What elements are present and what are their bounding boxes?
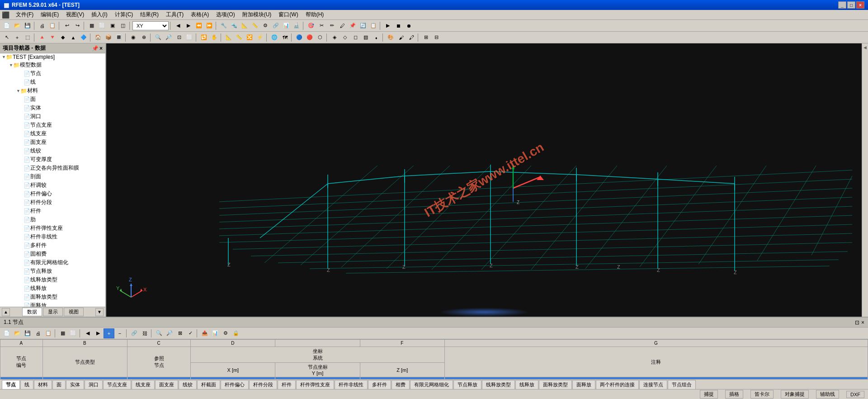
- status-grid[interactable]: 插格: [725, 390, 743, 399]
- tree-item-24[interactable]: 📄 有限元网格细化: [0, 258, 105, 267]
- btb-lock[interactable]: 🔒: [231, 328, 241, 338]
- tb2-c4[interactable]: ▲: [68, 33, 78, 43]
- tree-item-0[interactable]: ▼ 📁 TEST [Examples]: [0, 53, 105, 61]
- tb2-i5[interactable]: ⬧: [371, 33, 381, 43]
- tb2-i3[interactable]: ◻: [350, 33, 360, 43]
- tb2-c3[interactable]: ◆: [58, 33, 68, 43]
- status-dxf[interactable]: DXF: [846, 391, 864, 398]
- btb-c2[interactable]: ⬜: [68, 328, 78, 338]
- bottom-tab-5[interactable]: 洞口: [85, 380, 103, 389]
- btb-chart[interactable]: 📊: [210, 328, 220, 338]
- tree-item-25[interactable]: 📄 节点释放: [0, 267, 105, 276]
- menu-file[interactable]: 文件(F): [12, 10, 37, 19]
- tree-item-15[interactable]: 📄 杆调较: [0, 181, 105, 190]
- tb-b3[interactable]: ▣: [108, 21, 118, 31]
- tb2-d1[interactable]: 🏠: [93, 33, 103, 43]
- tree-item-11[interactable]: 📄 线铰: [0, 147, 105, 155]
- tb-e3[interactable]: ✏: [327, 21, 337, 31]
- tb-open[interactable]: 📂: [12, 21, 22, 31]
- tb2-i2[interactable]: ◇: [340, 33, 350, 43]
- tb-b2[interactable]: ⬜: [97, 21, 107, 31]
- tb2-f4[interactable]: ⚡: [255, 33, 265, 43]
- btb-del-row[interactable]: −: [115, 328, 125, 338]
- tb2-f1[interactable]: 📐: [224, 33, 234, 43]
- sidebar-tab-display[interactable]: 显示: [43, 308, 63, 316]
- tb-c1[interactable]: ⏪: [194, 21, 204, 31]
- tb2-i4[interactable]: ▧: [361, 33, 371, 43]
- menu-view[interactable]: 视图(V): [62, 10, 88, 19]
- btb-f4[interactable]: ✓: [185, 328, 195, 338]
- btb-open[interactable]: 📂: [12, 328, 22, 338]
- tb2-zoom-box[interactable]: ⬜: [184, 33, 194, 43]
- bottom-tab-0[interactable]: 节点: [2, 380, 20, 389]
- tb2-d2[interactable]: 📦: [104, 33, 113, 43]
- tb-d8[interactable]: 🔬: [292, 21, 302, 31]
- btb-b5[interactable]: 📋: [43, 328, 53, 338]
- bottom-tab-10[interactable]: 杆截面: [197, 380, 220, 389]
- menu-window[interactable]: 窗口(W): [275, 10, 302, 19]
- tb-d7[interactable]: 📊: [281, 21, 291, 31]
- tree-item-26[interactable]: 📄 线释放类型: [0, 276, 105, 284]
- tree-item-18[interactable]: 📄 杆件: [0, 207, 105, 215]
- tree-item-17[interactable]: 📄 杆件分段: [0, 198, 105, 207]
- tree-item-28[interactable]: 📄 面释放类型: [0, 293, 105, 301]
- btb-e1[interactable]: 🔗: [129, 328, 139, 338]
- tb2-i1[interactable]: ◈: [330, 33, 340, 43]
- bottom-tab-2[interactable]: 材料: [34, 380, 52, 389]
- tb2-zoom-in[interactable]: 🔍: [153, 33, 163, 43]
- btb-settings[interactable]: ⚙: [221, 328, 231, 338]
- bottom-tab-14[interactable]: 杆件弹性支座: [296, 380, 334, 389]
- sidebar-tab-view[interactable]: 视图: [64, 308, 84, 316]
- btb-export[interactable]: 📤: [200, 328, 210, 338]
- tb-b1[interactable]: ▦: [87, 21, 97, 31]
- bottom-tab-11[interactable]: 杆件偏心: [221, 380, 249, 389]
- bottom-tab-15[interactable]: 杆件非线性: [335, 380, 368, 389]
- tree-item-2[interactable]: 📄 节点: [0, 69, 105, 78]
- tb2-pan[interactable]: ✋: [209, 33, 219, 43]
- tb-new[interactable]: 📄: [2, 21, 12, 31]
- btb-e2[interactable]: ⛓: [140, 328, 150, 338]
- tree-item-5[interactable]: 📄 面: [0, 95, 105, 104]
- status-cartesian[interactable]: 笛卡尔: [750, 390, 774, 399]
- bottom-tab-3[interactable]: 面: [52, 380, 66, 389]
- tb2-k2[interactable]: ⊟: [431, 33, 441, 43]
- tb-d6[interactable]: 🔗: [271, 21, 281, 31]
- btb-f1[interactable]: 🔍: [154, 328, 164, 338]
- tb2-e2[interactable]: ⊕: [139, 33, 149, 43]
- tb2-c1[interactable]: 🔺: [37, 33, 47, 43]
- tb-d4[interactable]: 📏: [250, 21, 260, 31]
- tb2-c5[interactable]: 🔷: [79, 33, 89, 43]
- tb2-g2[interactable]: 🗺: [280, 33, 290, 43]
- tree-item-1[interactable]: ▼ 📁 模型数据: [0, 61, 105, 69]
- tb-redo[interactable]: ↪: [72, 21, 82, 31]
- tb-e6[interactable]: 🔄: [358, 21, 368, 31]
- tb-d1[interactable]: 🔧: [219, 21, 229, 31]
- tree-item-13[interactable]: 📄 正交各向异性面和膜: [0, 164, 105, 172]
- maximize-button[interactable]: □: [847, 1, 855, 9]
- bottom-tab-7[interactable]: 线支座: [132, 380, 155, 389]
- tb2-b2[interactable]: +: [12, 33, 22, 43]
- bottom-tab-24[interactable]: 两个杆件的连接: [596, 380, 639, 389]
- btb-f3[interactable]: ⊠: [175, 328, 185, 338]
- sidebar-close-icon[interactable]: ×: [99, 45, 103, 52]
- tree-item-6[interactable]: 📄 实体: [0, 104, 105, 112]
- tb2-f3[interactable]: 🔀: [245, 33, 255, 43]
- right-panel-handle[interactable]: ◀: [863, 45, 867, 50]
- sidebar-nav-down[interactable]: ▼: [95, 308, 104, 316]
- tb2-g1[interactable]: 🌐: [269, 33, 279, 43]
- tb-f1[interactable]: ▶: [383, 21, 393, 31]
- tb-print2[interactable]: 📋: [47, 21, 57, 31]
- tree-item-7[interactable]: 📄 洞口: [0, 112, 105, 121]
- viewport[interactable]: Z Z Z Z Z Z Z Z Z X: [106, 43, 862, 317]
- tree-item-21[interactable]: 📄 杆件非线性: [0, 233, 105, 241]
- btb-print[interactable]: 🖨: [33, 328, 43, 338]
- tree-item-29[interactable]: 📄 面释放: [0, 301, 105, 307]
- bottom-tab-9[interactable]: 线铰: [179, 380, 197, 389]
- bottom-tab-18[interactable]: 有限元网格细化: [410, 380, 453, 389]
- status-obj-snap[interactable]: 对象捕捉: [781, 390, 809, 399]
- menu-results[interactable]: 结果(R): [137, 10, 162, 19]
- tb-d5[interactable]: ⚙: [260, 21, 270, 31]
- tb2-j1[interactable]: 🎨: [386, 33, 396, 43]
- tree-item-19[interactable]: 📄 肋: [0, 215, 105, 224]
- tb-f3[interactable]: ⏺: [404, 21, 414, 31]
